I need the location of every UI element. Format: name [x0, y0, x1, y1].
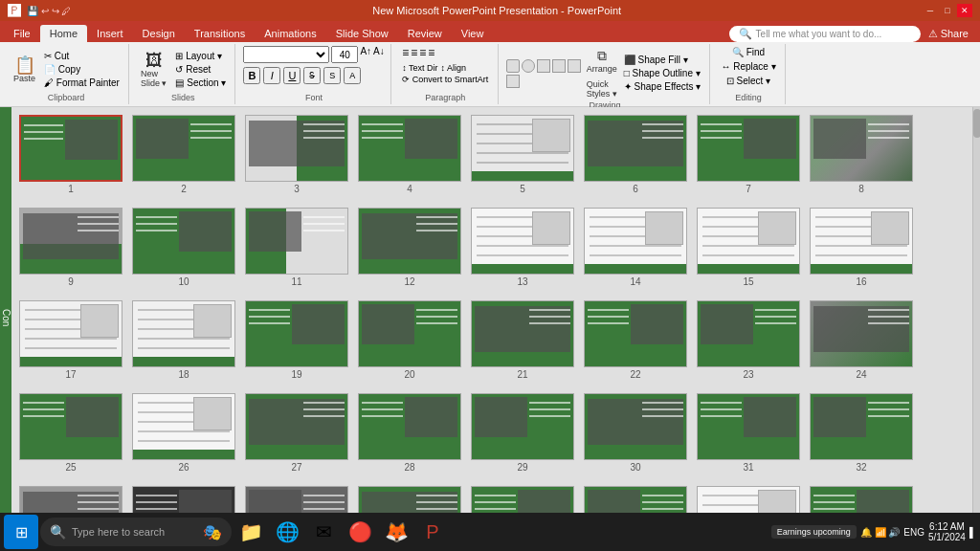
slide-item[interactable]: 15	[697, 208, 800, 287]
ribbon-search[interactable]: Tell me what you want to do...	[756, 29, 882, 39]
slide-thumbnail[interactable]	[245, 208, 348, 275]
tab-view[interactable]: View	[452, 25, 494, 42]
shape-arrow[interactable]	[552, 59, 566, 73]
slide-thumbnail[interactable]	[358, 208, 461, 275]
earnings-notification[interactable]: Earnings upcoming	[771, 525, 857, 539]
slide-thumbnail[interactable]	[584, 115, 687, 182]
tab-file[interactable]: File	[4, 25, 40, 42]
slide-thumbnail[interactable]	[132, 115, 235, 182]
slide-thumbnail[interactable]	[471, 393, 574, 460]
taskbar-chrome[interactable]: 🔴	[343, 515, 377, 549]
slide-item[interactable]: 6	[584, 115, 687, 194]
font-color-button[interactable]: A	[344, 67, 361, 84]
tab-transitions[interactable]: Transitions	[185, 25, 255, 42]
slide-thumbnail[interactable]	[358, 300, 461, 367]
taskbar-edge[interactable]: 🌐	[270, 515, 304, 549]
minimize-button[interactable]: ─	[923, 4, 938, 17]
layout-button[interactable]: ⊞ Layout ▾	[172, 50, 229, 62]
paste-button[interactable]: 📋 Paste	[10, 55, 39, 85]
shape-fill-button[interactable]: ⬛ Shape Fill ▾	[621, 54, 704, 66]
italic-button[interactable]: I	[263, 67, 280, 84]
taskbar-explorer[interactable]: 📁	[234, 515, 268, 549]
slide-thumbnail[interactable]	[19, 208, 122, 275]
slide-thumbnail[interactable]	[19, 115, 122, 182]
shape-outline-button[interactable]: □ Shape Outline ▾	[621, 67, 704, 79]
tab-home[interactable]: Home	[40, 25, 87, 42]
start-button[interactable]: ⊞	[4, 515, 38, 549]
shape-line[interactable]	[537, 59, 550, 73]
quick-styles-button[interactable]: QuickStyles ▾	[585, 77, 619, 100]
slide-thumbnail[interactable]	[471, 115, 574, 182]
slide-grid[interactable]: 1234567891011121314151617181920212223242…	[11, 107, 972, 528]
slide-item[interactable]: 7	[697, 115, 800, 194]
align-text-button[interactable]: ↕ Align	[441, 63, 467, 73]
slide-thumbnail[interactable]	[471, 208, 574, 275]
scrollbar-thumb[interactable]	[973, 109, 980, 138]
slide-item[interactable]: 2	[132, 115, 235, 194]
slide-item[interactable]: 17	[19, 300, 122, 380]
maximize-button[interactable]: □	[940, 4, 955, 17]
slide-thumbnail[interactable]	[810, 208, 913, 275]
slide-item[interactable]: 9	[19, 208, 122, 287]
slide-thumbnail[interactable]	[245, 393, 348, 460]
shape-triangle[interactable]	[568, 59, 581, 73]
bold-button[interactable]: B	[243, 67, 260, 84]
find-button[interactable]: 🔍 Find	[729, 46, 768, 58]
tab-insert[interactable]: Insert	[87, 25, 133, 42]
slide-thumbnail[interactable]	[810, 115, 913, 182]
taskbar-search[interactable]: 🔍 Type here to search 🎭	[40, 518, 232, 546]
slide-item[interactable]: 30	[584, 393, 687, 473]
slide-thumbnail[interactable]	[471, 300, 574, 367]
taskbar-firefox[interactable]: 🦊	[379, 515, 413, 549]
slide-item[interactable]: 12	[358, 208, 461, 287]
slide-thumbnail[interactable]	[584, 300, 687, 367]
strikethrough-button[interactable]: S̶	[303, 67, 321, 84]
justify-button[interactable]: ≡	[428, 46, 434, 59]
shape-effects-button[interactable]: ✦ Shape Effects ▾	[621, 80, 704, 93]
left-panel[interactable]: Con	[0, 107, 11, 528]
slide-item[interactable]: 28	[358, 393, 461, 473]
shape-star[interactable]	[506, 75, 520, 88]
slide-thumbnail[interactable]	[132, 300, 235, 367]
slide-thumbnail[interactable]	[19, 300, 122, 367]
slide-item[interactable]: 19	[245, 300, 348, 380]
slide-item[interactable]: 11	[245, 208, 348, 287]
font-size-input[interactable]	[331, 46, 358, 63]
slide-item[interactable]: 23	[697, 300, 800, 380]
slide-item[interactable]: 8	[810, 115, 913, 194]
slide-thumbnail[interactable]	[697, 393, 800, 460]
slide-item[interactable]: 4	[358, 115, 461, 194]
close-button[interactable]: ✕	[957, 4, 972, 17]
slide-item[interactable]: 24	[810, 300, 913, 380]
slide-thumbnail[interactable]	[697, 208, 800, 275]
convert-smartart-button[interactable]: ⟳ Convert to SmartArt	[402, 75, 488, 84]
reset-button[interactable]: ↺ Reset	[172, 63, 229, 76]
format-painter-button[interactable]: 🖌 Format Painter	[41, 77, 122, 89]
slide-thumbnail[interactable]	[132, 393, 235, 460]
slide-item[interactable]: 27	[245, 393, 348, 473]
vertical-scrollbar[interactable]	[972, 107, 980, 528]
slide-item[interactable]: 1	[19, 115, 122, 194]
slide-item[interactable]: 18	[132, 300, 235, 380]
slide-thumbnail[interactable]	[697, 115, 800, 182]
align-center-button[interactable]: ≡	[411, 46, 417, 59]
slide-item[interactable]: 3	[245, 115, 348, 194]
align-left-button[interactable]: ≡	[402, 46, 409, 59]
slide-thumbnail[interactable]	[245, 300, 348, 367]
shape-rect[interactable]	[506, 59, 520, 73]
slide-item[interactable]: 21	[471, 300, 574, 380]
slide-item[interactable]: 32	[810, 393, 913, 473]
arrange-button[interactable]: ⧉ Arrange	[585, 46, 619, 76]
slide-item[interactable]: 5	[471, 115, 574, 194]
tab-review[interactable]: Review	[398, 25, 452, 42]
taskbar-powerpoint[interactable]: P	[415, 515, 450, 549]
slide-item[interactable]: 25	[19, 393, 122, 473]
cut-button[interactable]: ✂ Cut	[41, 50, 122, 62]
slide-item[interactable]: 16	[810, 208, 913, 287]
slide-thumbnail[interactable]	[245, 115, 348, 182]
slide-thumbnail[interactable]	[810, 300, 913, 367]
tab-slideshow[interactable]: Slide Show	[326, 25, 398, 42]
slide-item[interactable]: 26	[132, 393, 235, 473]
tab-design[interactable]: Design	[133, 25, 185, 42]
new-slide-button[interactable]: 🖼 NewSlide ▾	[137, 50, 171, 90]
